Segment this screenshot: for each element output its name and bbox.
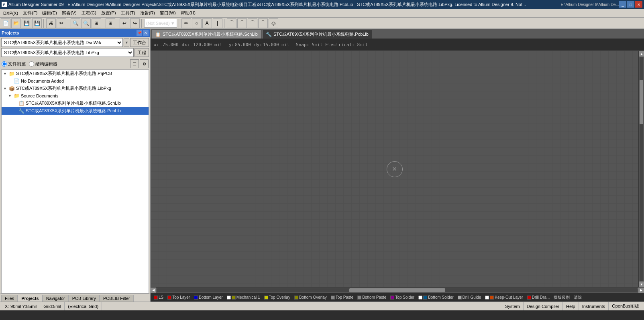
grid-btn[interactable]: ⊞ [106,18,115,28]
layer-mechanical-checkbox[interactable] [227,296,231,300]
menu-reports[interactable]: 报告(R) [138,9,157,17]
scroll-left-arrow[interactable]: ◀ [151,288,156,293]
project-tree[interactable]: ▼ 📁 STC或AT89X5X系列单片机最小系统电路.PrjPCB 📄 No D… [1,69,149,294]
layer-top-overlay[interactable]: Top Overlay [263,295,292,300]
redo-btn[interactable]: ↪ [130,18,140,28]
view-icon-btn1[interactable]: ☰ [130,59,139,68]
save-btn[interactable]: 💾 [22,18,31,28]
panel-close-btn[interactable]: ✕ [143,30,149,36]
menu-tools[interactable]: 工具(T) [118,9,138,17]
workspace-select[interactable]: STC或AT89X5X系列单片机最小系统电路.DsnWrk [1,38,123,47]
layer-mechanical-label: Mechanical 1 [236,295,260,300]
tree-item-libpkg[interactable]: ▼ 📦 STC或AT89X5X系列单片机最小系统电路.LibPkg [2,85,149,92]
scroll-right-arrow[interactable]: ▶ [638,288,644,293]
layer-top-solder[interactable]: Top Solder [389,295,416,300]
window-controls: _ □ ✕ [619,1,642,8]
tree-item-source-docs[interactable]: ▼ 📁 Source Documents [2,92,149,99]
status-openbus[interactable]: OpenBus图板 [609,302,642,310]
h-scroll-track[interactable] [157,288,638,292]
layer-drill-draw[interactable]: Drill Dra... [526,295,551,300]
expander-source[interactable]: ▼ [8,94,14,98]
layer-bottom[interactable]: Bottom Layer [192,295,224,300]
layer-bottom-solder-checkbox[interactable] [418,296,422,300]
arc-btn4[interactable]: ⌒ [258,18,268,28]
layer-bottom-overlay[interactable]: Bottom Overlay [293,295,328,300]
layer-top-paste[interactable]: Top Paste [329,295,355,300]
h-scroll-thumb[interactable] [349,288,445,292]
not-saved-dropdown[interactable]: (Not Saved) ▼ [144,19,177,28]
status-instruments[interactable]: Instruments [579,302,609,310]
layer-bottom-paste[interactable]: Bottom Paste [356,295,388,300]
arc-btn5[interactable]: ◎ [269,18,278,28]
layer-keepout-checkbox[interactable] [485,296,489,300]
zoom-fit-btn[interactable]: ⊞ [92,18,101,28]
doc-tab-schlib[interactable]: 📋 STC或AT89X5X系列单片机最小系统电路.SchLib [151,30,261,38]
layer-clear[interactable]: 清除 [572,294,583,301]
workspace-dropdown-arrow[interactable]: ▼ [124,38,129,47]
tree-item-nodoc[interactable]: 📄 No Documents Added [2,77,149,85]
cut-btn[interactable]: ✂ [57,18,66,28]
minimize-button[interactable]: _ [619,1,626,8]
layer-mechanical[interactable]: Mechanical 1 [225,295,262,300]
pcb-canvas[interactable] [151,51,638,287]
menu-edit[interactable]: 编辑(E) [40,9,59,17]
undo-btn[interactable]: ↩ [120,18,129,28]
zoom-out-btn[interactable]: 🔍 [81,18,91,28]
tree-item-pcblib[interactable]: 🔧 STC或AT89X5X系列单片机最小系统电路.PcbLib [2,107,149,115]
menu-project[interactable]: 工程(C) [79,9,99,17]
doc-tab-pcblib[interactable]: 🔧 STC或AT89X5X系列单片机最小系统电路.PcbLib [262,30,372,38]
layer-bottom-solder[interactable]: Bottom Solder [417,295,455,300]
status-help[interactable]: Help [563,302,579,310]
tab-files[interactable]: Files [1,295,18,302]
tree-item-prjpcb[interactable]: ▼ 📁 STC或AT89X5X系列单片机最小系统电路.PrjPCB [2,70,149,77]
draw-btn4[interactable]: | [213,18,222,28]
layer-drill-guide[interactable]: Drill Guide [456,295,483,300]
layer-top[interactable]: Top Layer [166,295,192,300]
layer-keepout[interactable]: Keep-Out Layer [483,295,525,300]
print-btn[interactable]: 🖨 [46,18,56,28]
menu-dxp[interactable]: DXP(X) [1,10,20,16]
status-system[interactable]: System [502,302,524,310]
scroll-up-arrow[interactable]: ▲ [639,51,644,57]
v-scroll-track[interactable] [640,57,643,281]
menu-window[interactable]: 窗口(W) [157,9,178,17]
h-scrollbar[interactable]: ◀ ▶ [151,287,644,293]
scroll-down-arrow[interactable]: ▼ [639,282,644,287]
file-browse-radio[interactable]: 文件浏览 [2,61,26,67]
close-button[interactable]: ✕ [635,1,642,8]
layer-layout-level[interactable]: 摆版级别 [552,294,571,301]
draw-btn2[interactable]: ○ [192,18,202,28]
tab-pcblib-filter[interactable]: PCBLIB Filter [100,295,134,302]
panel-pin-btn[interactable]: 📌 [137,30,142,36]
workspace-btn[interactable]: 工作台 [130,38,149,47]
arc-btn3[interactable]: ⌒ [248,18,257,28]
view-icon-btn2[interactable]: ⚙ [140,59,149,68]
status-design-compiler[interactable]: Design Compiler [524,302,563,310]
expander-prjpcb[interactable]: ▼ [3,72,9,76]
arc-btn2[interactable]: ⌒ [237,18,247,28]
tab-navigator[interactable]: Navigator [43,295,69,302]
menu-file[interactable]: 文件(F) [20,9,40,17]
draw-btn1[interactable]: ✏ [181,18,191,28]
tab-pcb-library[interactable]: PCB Library [69,295,100,302]
menu-view[interactable]: 察看(V) [59,9,79,17]
menu-help[interactable]: 帮助(H) [178,9,198,17]
v-scroll-thumb[interactable] [640,80,643,124]
layer-ls[interactable]: LS [152,295,165,300]
new-btn[interactable]: 📄 [1,18,10,28]
arc-btn1[interactable]: ⌒ [227,18,236,28]
draw-btn3[interactable]: A [202,18,212,28]
tree-label-nodoc: No Documents Added [21,79,64,83]
tree-item-schlib[interactable]: 📋 STC或AT89X5X系列单片机最小系统电路.SchLib [2,99,149,107]
zoom-in-btn[interactable]: 🔍 [71,18,80,28]
expander-libpkg[interactable]: ▼ [3,87,9,91]
open-btn[interactable]: 📂 [11,18,21,28]
save-all-btn[interactable]: 💾 [32,18,42,28]
structure-editor-radio[interactable]: 结构编辑器 [29,61,57,67]
project-select[interactable]: STC或AT89X5X系列单片机最小系统电路.LibPkg [1,48,134,57]
project-btn[interactable]: 工程 [135,48,149,57]
v-scrollbar[interactable]: ▲ ▼ [638,51,644,287]
menu-place[interactable]: 放置(P) [99,9,118,17]
tab-projects[interactable]: Projects [18,295,42,302]
maximize-button[interactable]: □ [627,1,634,8]
